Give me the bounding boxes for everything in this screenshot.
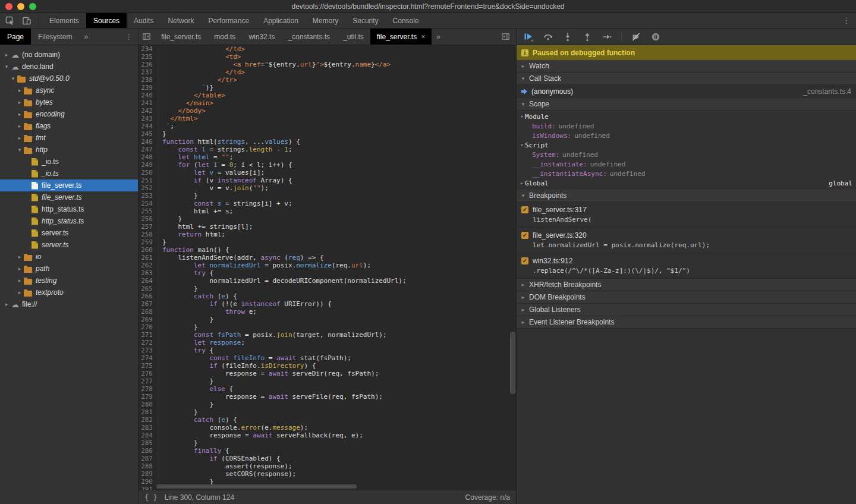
tab-page[interactable]: Page bbox=[0, 29, 31, 45]
main-tab-console[interactable]: Console bbox=[386, 13, 426, 28]
scope-group-global[interactable]: ▸Globalglobal bbox=[517, 178, 856, 188]
line-number[interactable]: 236 bbox=[139, 61, 159, 68]
scope-variable[interactable]: __instantiate:undefined bbox=[517, 159, 856, 169]
section-dom-breakpoints[interactable]: ▸ DOM Breakpoints bbox=[517, 291, 856, 304]
line-number[interactable]: 290 bbox=[139, 478, 159, 486]
editor-vertical-scrollbar[interactable] bbox=[510, 332, 515, 394]
tree-item-file[interactable]: ▸☁file:// bbox=[0, 298, 138, 310]
breakpoint-entry[interactable]: ✓win32.ts:912.replace(/^\/*([A-Za-z]:)(\… bbox=[517, 253, 856, 279]
breakpoint-checkbox[interactable]: ✓ bbox=[521, 206, 528, 213]
tree-item-async[interactable]: ▸async bbox=[0, 84, 138, 96]
line-number[interactable]: 252 bbox=[139, 184, 159, 192]
editor-tab-file_server.ts[interactable]: file_server.ts bbox=[155, 29, 207, 45]
line-number[interactable]: 269 bbox=[139, 316, 159, 323]
line-number[interactable]: 270 bbox=[139, 323, 159, 331]
tree-item-nodomain[interactable]: ▸☁(no domain) bbox=[0, 49, 138, 61]
line-number[interactable]: 266 bbox=[139, 292, 159, 300]
line-number[interactable]: 259 bbox=[139, 238, 159, 246]
line-number[interactable]: 243 bbox=[139, 115, 159, 122]
line-number[interactable]: 275 bbox=[139, 362, 159, 370]
step-out-icon[interactable] bbox=[582, 32, 593, 42]
line-number[interactable]: 282 bbox=[139, 416, 159, 424]
section-scope[interactable]: ▾ Scope bbox=[517, 98, 856, 111]
line-number[interactable]: 268 bbox=[139, 308, 159, 316]
main-tab-application[interactable]: Application bbox=[256, 13, 306, 28]
line-number[interactable]: 264 bbox=[139, 277, 159, 285]
line-number[interactable]: 274 bbox=[139, 354, 159, 362]
editor-tab-file_server.ts[interactable]: file_server.ts× bbox=[370, 29, 432, 45]
line-number[interactable]: 291 bbox=[139, 486, 159, 490]
close-tab-icon[interactable]: × bbox=[421, 33, 425, 41]
tab-filesystem[interactable]: Filesystem bbox=[31, 29, 79, 45]
line-number[interactable]: 239 bbox=[139, 84, 159, 92]
line-number[interactable]: 276 bbox=[139, 370, 159, 377]
tree-item-fmt[interactable]: ▸fmt bbox=[0, 132, 138, 144]
line-number[interactable]: 286 bbox=[139, 447, 159, 455]
tree-item-http_status.ts[interactable]: http_status.ts bbox=[0, 215, 138, 227]
line-number[interactable]: 258 bbox=[139, 231, 159, 238]
scope-variable[interactable]: System:undefined bbox=[517, 150, 856, 159]
scope-variable[interactable]: build:undefined bbox=[517, 121, 856, 131]
tree-item-textproto[interactable]: ▸textproto bbox=[0, 286, 138, 298]
main-tab-sources[interactable]: Sources bbox=[86, 13, 127, 28]
show-sidebar-icon[interactable] bbox=[498, 32, 514, 41]
tree-item-_io.ts[interactable]: _io.ts bbox=[0, 156, 138, 168]
line-number[interactable]: 244 bbox=[139, 122, 159, 130]
line-number[interactable]: 246 bbox=[139, 138, 159, 146]
device-toolbar-icon[interactable] bbox=[21, 15, 32, 26]
tree-item-encoding[interactable]: ▸encoding bbox=[0, 108, 138, 120]
line-number[interactable]: 288 bbox=[139, 462, 159, 470]
tree-item-http[interactable]: ▾http bbox=[0, 144, 138, 156]
line-number[interactable]: 260 bbox=[139, 246, 159, 254]
line-number[interactable]: 242 bbox=[139, 107, 159, 115]
tree-item-file_server.ts[interactable]: file_server.ts bbox=[0, 191, 138, 203]
main-menu-kebab-icon[interactable]: ⋮ bbox=[836, 13, 856, 28]
line-number[interactable]: 238 bbox=[139, 76, 159, 84]
line-number[interactable]: 247 bbox=[139, 146, 159, 153]
line-number[interactable]: 237 bbox=[139, 68, 159, 76]
line-number[interactable]: 256 bbox=[139, 215, 159, 223]
line-number[interactable]: 240 bbox=[139, 92, 159, 99]
line-number[interactable]: 265 bbox=[139, 285, 159, 292]
line-number[interactable]: 272 bbox=[139, 339, 159, 346]
inspect-element-icon[interactable] bbox=[5, 15, 15, 26]
line-number[interactable]: 262 bbox=[139, 262, 159, 269]
line-number[interactable]: 253 bbox=[139, 192, 159, 200]
tree-item-server.ts[interactable]: server.ts bbox=[0, 227, 138, 239]
line-number[interactable]: 245 bbox=[139, 130, 159, 138]
section-breakpoints[interactable]: ▾ Breakpoints bbox=[517, 190, 856, 202]
main-tab-performance[interactable]: Performance bbox=[201, 13, 256, 28]
tree-item-deno.land[interactable]: ▾☁deno.land bbox=[0, 61, 138, 73]
step-icon[interactable] bbox=[602, 32, 612, 42]
editor-tab-_constants.ts[interactable]: _constants.ts bbox=[281, 29, 336, 45]
line-number[interactable]: 279 bbox=[139, 393, 159, 401]
line-number[interactable]: 234 bbox=[139, 45, 159, 53]
editor-tab-_util.ts[interactable]: _util.ts bbox=[336, 29, 370, 45]
tree-item-server.ts[interactable]: server.ts bbox=[0, 239, 138, 251]
line-number[interactable]: 273 bbox=[139, 346, 159, 354]
line-number[interactable]: 251 bbox=[139, 177, 159, 184]
line-number[interactable]: 281 bbox=[139, 408, 159, 416]
pretty-print-icon[interactable]: { } bbox=[144, 493, 158, 502]
editor-tab-mod.ts[interactable]: mod.ts bbox=[207, 29, 242, 45]
line-number[interactable]: 289 bbox=[139, 470, 159, 478]
scope-group-script[interactable]: ▾Script bbox=[517, 140, 856, 150]
main-tab-memory[interactable]: Memory bbox=[306, 13, 345, 28]
section-event-listener-breakpoints[interactable]: ▸ Event Listener Breakpoints bbox=[517, 316, 856, 329]
code-editor[interactable]: 234 </td>235 <td>236 <a href="${entry.ur… bbox=[139, 45, 516, 490]
tree-item-path[interactable]: ▸path bbox=[0, 263, 138, 275]
line-number[interactable]: 235 bbox=[139, 53, 159, 61]
tree-item-std@v0.50.0[interactable]: ▾std@v0.50.0 bbox=[0, 73, 138, 84]
tree-item-flags[interactable]: ▸flags bbox=[0, 120, 138, 132]
editor-more-tabs-icon[interactable]: » bbox=[432, 29, 445, 45]
breakpoint-entry[interactable]: ✓file_server.ts:320let normalizedUrl = p… bbox=[517, 228, 856, 253]
line-number[interactable]: 277 bbox=[139, 377, 159, 385]
editor-tab-win32.ts[interactable]: win32.ts bbox=[242, 29, 281, 45]
line-number[interactable]: 254 bbox=[139, 200, 159, 207]
navigator-kebab-icon[interactable]: ⋮ bbox=[120, 29, 138, 45]
main-tab-security[interactable]: Security bbox=[345, 13, 385, 28]
call-stack-frame[interactable]: (anonymous)_constants.ts:4 bbox=[517, 85, 856, 98]
line-number[interactable]: 271 bbox=[139, 331, 159, 339]
line-number[interactable]: 249 bbox=[139, 161, 159, 169]
breakpoint-entry[interactable]: ✓file_server.ts:317listenAndServe( bbox=[517, 202, 856, 228]
